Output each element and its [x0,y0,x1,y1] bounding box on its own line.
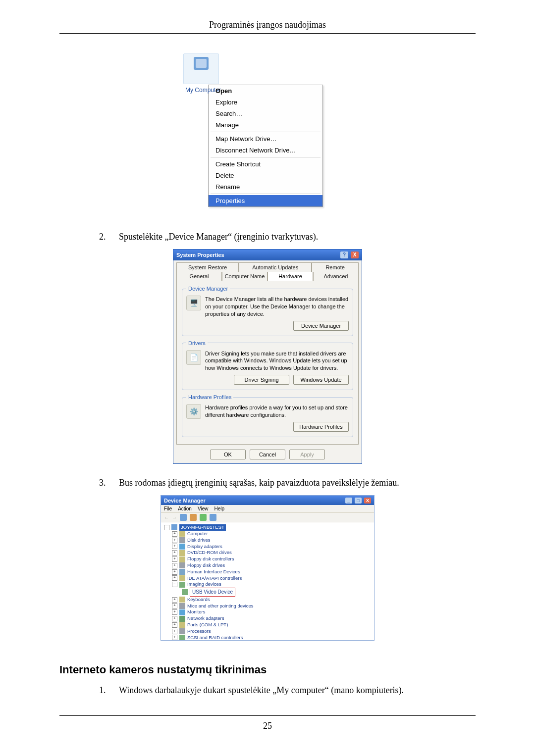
expand-icon[interactable]: + [172,531,177,537]
tree-node[interactable]: +Monitors [162,609,373,615]
menu-explore[interactable]: Explore [209,97,322,108]
ok-button[interactable]: OK [210,450,246,459]
tab-remote[interactable]: Remote [312,262,359,272]
tree-node[interactable]: +Floppy disk drives [162,562,373,569]
maximize-icon[interactable]: □ [355,498,362,504]
expand-icon[interactable]: + [172,544,177,549]
tree-node[interactable]: +IDE ATA/ATAPI controllers [162,575,373,582]
tab-automatic-updates[interactable]: Automatic Updates [239,262,312,272]
tree-root[interactable]: − JOY-MFG-NB1TEST [162,524,373,531]
group-legend: Hardware Profiles [186,394,233,400]
menu-separator [211,194,321,194]
menu-search[interactable]: Search… [209,108,322,119]
menu-file[interactable]: File [164,506,172,511]
camera-icon [182,589,188,595]
group-text: The Device Manager lists all the hardwar… [205,296,349,318]
computer-icon[interactable] [180,514,187,521]
figure-system-properties: System Properties ? X System Restore Aut… [173,249,362,464]
tab-system-restore[interactable]: System Restore [176,262,239,272]
refresh-icon[interactable] [190,514,197,521]
node-label: IDE ATA/ATAPI controllers [187,575,242,582]
minimize-icon[interactable]: _ [345,498,352,504]
expand-icon[interactable]: + [172,622,177,628]
properties-icon[interactable] [200,514,207,521]
device-icon [179,575,185,581]
expand-icon[interactable]: + [172,609,177,615]
scan-icon[interactable] [210,514,216,521]
tree-node[interactable]: +Floppy disk controllers [162,556,373,562]
tree-leaf-callout[interactable]: USB Video Device [162,588,373,597]
cancel-button[interactable]: Cancel [250,450,285,459]
expand-icon[interactable]: + [172,575,177,581]
expand-icon[interactable]: + [172,550,177,555]
menu-view[interactable]: View [198,506,209,511]
tree-node[interactable]: +Processors [162,628,373,635]
collapse-icon[interactable]: − [172,582,177,587]
tree-node[interactable]: +Display adapters [162,544,373,550]
menu-properties[interactable]: Properties [209,195,322,206]
device-icon [179,609,185,615]
menu-rename[interactable]: Rename [209,181,322,193]
expand-icon[interactable]: + [172,597,177,603]
tree-node[interactable]: +Computer [162,531,373,537]
menu-manage[interactable]: Manage [209,119,322,131]
tab-general[interactable]: General [176,272,222,281]
tree-node[interactable]: +Mice and other pointing devices [162,603,373,609]
device-icon [179,537,185,543]
running-header: Programinės įrangos naudojimas [59,20,476,33]
menu-help[interactable]: Help [214,506,224,511]
help-icon[interactable]: ? [340,252,348,258]
device-icon [179,597,185,603]
dm-title: Device Manager [164,498,206,504]
node-label: Monitors [187,609,205,615]
hardware-profiles-button[interactable]: Hardware Profiles [293,422,349,432]
computer-icon [194,57,209,70]
collapse-icon[interactable]: − [164,525,169,530]
device-manager-button[interactable]: Device Manager [293,321,349,331]
menu-map-drive[interactable]: Map Network Drive… [209,133,322,145]
tree-node[interactable]: +Disk drives [162,537,373,544]
driver-signing-button[interactable]: Driver Signing [234,375,289,385]
node-label: Network adapters [187,615,224,622]
group-hardware-profiles: Hardware Profiles ⚙️ Hardware profiles p… [182,394,353,437]
expand-icon[interactable]: + [172,616,177,621]
step-number: 2. [99,232,110,242]
expand-icon[interactable]: + [172,538,177,543]
header-rule [59,33,476,34]
menu-separator [211,157,321,157]
windows-update-button[interactable]: Windows Update [293,375,349,385]
tab-computer-name[interactable]: Computer Name [222,272,268,281]
expand-icon[interactable]: + [172,569,177,575]
tree-node[interactable]: +SCSI and RAID controllers [162,635,373,641]
apply-button[interactable]: Apply [289,450,325,459]
node-label: Human Interface Devices [187,569,240,575]
tree-node[interactable]: +Keyboards [162,597,373,603]
node-label: SCSI and RAID controllers [187,635,243,641]
menu-create-shortcut[interactable]: Create Shortcut [209,158,322,170]
close-icon[interactable]: X [364,498,371,504]
expand-icon[interactable]: + [172,635,177,640]
tree-node[interactable]: −Imaging devices [162,581,373,588]
menu-open[interactable]: Open [209,85,322,97]
menu-delete[interactable]: Delete [209,170,322,181]
tree-node[interactable]: +DVD/CD-ROM drives [162,550,373,556]
step-number: 1. [99,685,110,696]
step-3: 3. Bus rodomas įdiegtų įrenginių sąrašas… [99,478,476,488]
menu-action[interactable]: Action [178,506,192,511]
node-label: Ports (COM & LPT) [187,622,228,628]
close-icon[interactable]: X [351,252,359,258]
expand-icon[interactable]: + [172,563,177,568]
expand-icon[interactable]: + [172,556,177,562]
expand-icon[interactable]: + [172,629,177,634]
tree-node[interactable]: +Network adapters [162,615,373,622]
tab-advanced[interactable]: Advanced [313,272,359,281]
node-label: Floppy disk controllers [187,556,234,562]
tree-node[interactable]: +Ports (COM & LPT) [162,622,373,628]
footer-rule [59,715,476,716]
tree-node[interactable]: +Human Interface Devices [162,569,373,575]
menu-disconnect-drive[interactable]: Disconnect Network Drive… [209,145,322,156]
expand-icon[interactable]: + [172,603,177,608]
group-drivers: Drivers 📄 Driver Signing lets you make s… [182,340,353,391]
tab-hardware[interactable]: Hardware [268,272,313,281]
device-icon [179,550,185,556]
